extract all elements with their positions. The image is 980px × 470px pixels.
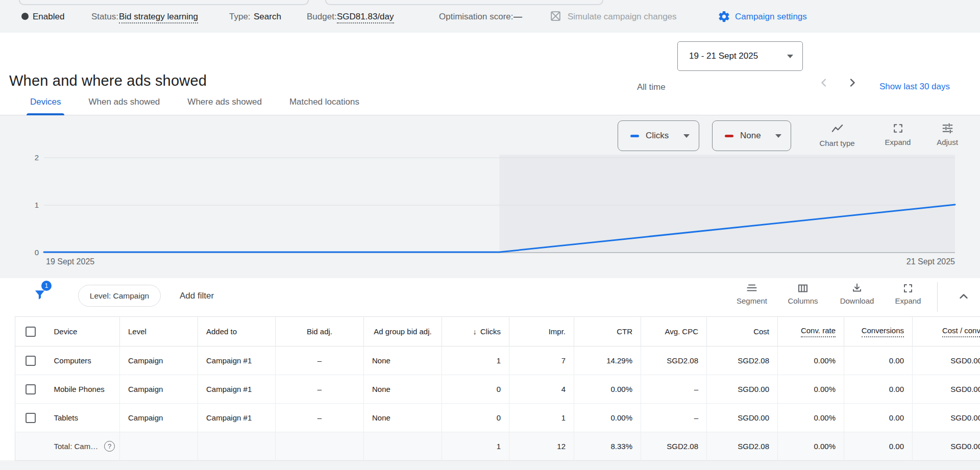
column-header-clicks[interactable]: ↓Clicks (442, 317, 509, 347)
total-cell-ad_group_bid_adj (364, 432, 442, 461)
cell-ctr: 0.00% (574, 404, 641, 432)
row-checkbox[interactable] (26, 356, 36, 366)
download-button[interactable]: Download (831, 282, 883, 305)
y-axis-tick-label: 1 (35, 201, 39, 209)
column-header-ad_group_bid_adj[interactable]: Ad group bid adj. (364, 317, 442, 347)
add-filter-button[interactable]: Add filter (180, 291, 214, 301)
cell-impr: 1 (509, 404, 574, 432)
cell-ctr: 0.00% (574, 375, 641, 404)
adjust-chart-button[interactable]: Adjust (926, 122, 969, 146)
gear-icon (718, 10, 730, 23)
cell-cost: SGD2.08 (707, 347, 778, 375)
all-time-label: All time (637, 82, 666, 92)
show-last-30-days-link[interactable]: Show last 30 days (879, 82, 950, 92)
cell-avg_cpc: SGD2.08 (641, 347, 707, 375)
column-header-conversions[interactable]: Conversions (844, 317, 913, 347)
tab-when-ads-showed[interactable]: When ads showed (75, 89, 174, 115)
row-checkbox-cell (15, 404, 46, 432)
total-row: Total: Cam…?1128.33%SGD2.08SGD2.080.00%0… (15, 432, 980, 461)
cutoff-tab-left (19, 0, 309, 5)
cell-ad_group_bid_adj: None (364, 404, 442, 432)
cell-cost: SGD0.00 (707, 404, 778, 432)
expand-table-button[interactable]: Expand (886, 282, 930, 305)
budget-value[interactable]: SGD81.83/day (337, 12, 394, 23)
previous-period-icon[interactable] (817, 76, 831, 90)
enabled-label: Enabled (33, 12, 64, 22)
chevron-down-icon (683, 134, 690, 138)
date-range-value: 19 - 21 Sept 2025 (689, 51, 758, 61)
total-label-cell: Total: Cam…? (46, 432, 120, 461)
cell-conv_rate: 0.00% (778, 404, 844, 432)
budget-label: Budget: (307, 12, 337, 22)
none-series-swatch-icon (725, 135, 733, 137)
metric-1-dropdown[interactable]: Clicks (618, 120, 699, 151)
metric-2-dropdown[interactable]: None (712, 120, 791, 151)
total-cell-avg_cpc: SGD2.08 (641, 432, 707, 461)
cell-cost_conv: SGD0.00 (913, 375, 980, 404)
cell-clicks: 1 (442, 347, 509, 375)
cutoff-tab-right (325, 0, 603, 5)
cell-level: Campaign (120, 404, 198, 432)
metric-1-value: Clicks (646, 131, 669, 141)
cell-bid_adj: – (276, 375, 364, 404)
cell-device: Tablets (46, 404, 120, 432)
cell-clicks: 0 (442, 404, 509, 432)
table-row: Mobile PhonesCampaignCampaign #1–None040… (15, 375, 980, 404)
tab-devices[interactable]: Devices (16, 89, 75, 115)
clicks-series-swatch-icon (630, 135, 639, 137)
sort-descending-arrow-icon: ↓ (473, 327, 477, 336)
row-checkbox-cell (15, 375, 46, 404)
column-header-avg_cpc[interactable]: Avg. CPC (641, 317, 707, 347)
row-checkbox[interactable] (26, 384, 36, 394)
cell-ad_group_bid_adj: None (364, 375, 442, 404)
expand-chart-button[interactable]: Expand (875, 122, 920, 146)
column-header-cost[interactable]: Cost (707, 317, 778, 347)
total-cell-clicks: 1 (442, 432, 509, 461)
column-header-cost_conv[interactable]: Cost / conv. (913, 317, 980, 347)
cell-conversions: 0.00 (844, 375, 913, 404)
column-header-bid_adj[interactable]: Bid adj. (276, 317, 364, 347)
table-row: ComputersCampaignCampaign #1–None1714.29… (15, 347, 980, 375)
segment-button[interactable]: Segment (729, 282, 775, 305)
column-header-impr[interactable]: Impr. (509, 317, 574, 347)
column-header-device[interactable]: Device (46, 317, 120, 347)
status-value[interactable]: Bid strategy learning (119, 12, 198, 23)
cell-clicks: 0 (442, 375, 509, 404)
cell-cost: SGD0.00 (707, 375, 778, 404)
columns-button[interactable]: Columns (779, 282, 826, 305)
devices-table: DeviceLevelAdded toBid adj.Ad group bid … (15, 316, 980, 461)
cell-added_to: Campaign #1 (198, 404, 276, 432)
date-range-picker[interactable]: 19 - 21 Sept 2025 (677, 41, 803, 71)
column-header-added_to[interactable]: Added to (198, 317, 276, 347)
next-period-icon[interactable] (845, 76, 860, 90)
campaign-status-bar: Enabled Status: Bid strategy learning Ty… (0, 0, 980, 33)
collapse-table-chevron-up-icon[interactable] (957, 289, 971, 304)
column-header-level[interactable]: Level (120, 317, 198, 347)
type-value: Search (254, 12, 281, 22)
cell-conversions: 0.00 (844, 404, 913, 432)
total-cell-level (120, 432, 198, 461)
cell-device: Computers (46, 347, 120, 375)
cell-cost_conv: SGD0.00 (913, 404, 980, 432)
cell-ad_group_bid_adj: None (364, 347, 442, 375)
toolbar-divider (937, 282, 938, 312)
status-label: Status: (91, 12, 118, 22)
y-axis-tick-label: 0 (35, 248, 39, 257)
select-all-header-cell (15, 317, 46, 347)
level-filter-chip[interactable]: Level: Campaign (78, 285, 161, 307)
filter-button[interactable]: 1 (33, 284, 56, 308)
column-header-conv_rate[interactable]: Conv. rate (778, 317, 844, 347)
row-checkbox[interactable] (26, 413, 36, 423)
x-axis-start-label: 19 Sept 2025 (46, 257, 94, 266)
help-icon[interactable]: ? (104, 441, 115, 452)
column-header-ctr[interactable]: CTR (574, 317, 641, 347)
segment-icon (746, 282, 758, 294)
download-icon (851, 282, 863, 294)
tab-where-ads-showed[interactable]: Where ads showed (174, 89, 276, 115)
enabled-status-dot-icon (21, 13, 29, 20)
campaign-settings-button[interactable]: Campaign settings (735, 12, 807, 22)
select-all-checkbox[interactable] (26, 327, 36, 337)
tab-matched-locations[interactable]: Matched locations (276, 89, 373, 115)
cell-avg_cpc: – (641, 404, 707, 432)
chart-type-button[interactable]: Chart type (809, 122, 865, 147)
